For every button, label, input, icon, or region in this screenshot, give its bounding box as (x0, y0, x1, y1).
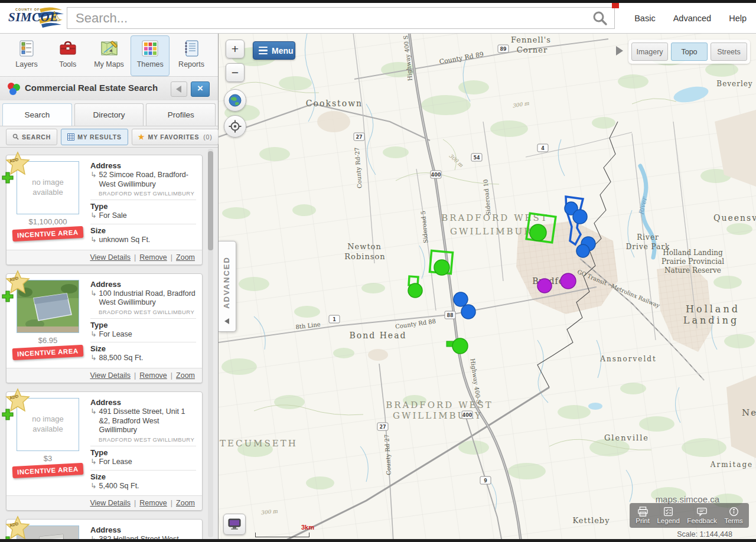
tools-label: Tools (59, 60, 76, 68)
svg-text:Newton: Newton (347, 242, 382, 251)
themes-icon (140, 38, 160, 58)
card-details: Address ↳491 Dissette Street, Unit 1 &2,… (83, 398, 196, 491)
address-value: 52 Simcoe Road, Bradford-West Gwillimbur… (99, 171, 196, 189)
close-theme-button[interactable]: × (191, 81, 210, 97)
municipality: BRADFORD WEST GWILLIMBURY (99, 309, 196, 315)
svg-text:Fennell's: Fennell's (511, 35, 551, 44)
remove-link[interactable]: Remove (139, 253, 167, 262)
no-image-text: no image available (27, 178, 69, 198)
address-value: 100 Industrial Road, Bradford West Gwill… (99, 289, 196, 308)
tab-search[interactable]: Search (2, 103, 72, 126)
svg-text:27: 27 (379, 425, 386, 430)
zoom-link[interactable]: Zoom (176, 499, 195, 507)
subtab-my-favorites[interactable]: ★ MY FAVORITES (0) (132, 129, 219, 145)
map-viewport[interactable]: CookstownFennell'sCornerBeverleyNewtonRo… (219, 33, 756, 542)
logo-simcoe: SIMCOE (8, 10, 58, 25)
separator: | (134, 371, 136, 380)
search-input[interactable] (67, 7, 615, 29)
add-plus-icon[interactable] (2, 172, 14, 184)
results-list: ADD no image available (0, 148, 218, 542)
basic-link[interactable]: Basic (634, 14, 655, 23)
toolbar-my-maps[interactable]: My Maps (90, 35, 129, 76)
toolbar-reports[interactable]: Reports (172, 35, 211, 76)
legend-button[interactable]: Legend (657, 507, 679, 524)
my-maps-label: My Maps (94, 60, 124, 68)
toolbar-themes[interactable]: Themes (131, 35, 170, 76)
sub-tabs: SEARCH MY RESULTS ★ MY FAVORITES (0) (0, 126, 218, 148)
left-panel: Layers Tools (0, 33, 219, 542)
subtab-my-results[interactable]: MY RESULTS (61, 129, 128, 145)
zoom-link[interactable]: Zoom (176, 253, 195, 262)
simcoe-logo[interactable]: COUNTY OF SIMCOE (7, 4, 66, 31)
add-plus-icon[interactable] (2, 409, 14, 420)
hamburger-icon (259, 47, 268, 55)
toolbox-icon (58, 38, 78, 58)
legend-icon (663, 507, 674, 517)
map-menu-button[interactable]: Menu (253, 41, 295, 60)
incentive-badge: INCENTIVE AREA (12, 463, 84, 478)
view-details-link[interactable]: View Details (90, 253, 131, 262)
svg-text:Beverley: Beverley (716, 80, 752, 88)
svg-text:400: 400 (431, 172, 441, 178)
basemap-topo[interactable]: Topo (671, 43, 708, 61)
view-details-link[interactable]: View Details (90, 499, 131, 507)
address-label: Address (90, 525, 196, 534)
view-details-link[interactable]: View Details (90, 371, 131, 380)
remove-link[interactable]: Remove (139, 499, 167, 507)
theme-title: Commercial Real Estate Search (25, 83, 158, 93)
result-card: ADD no image available (6, 155, 203, 265)
globe-home-button[interactable] (224, 89, 246, 112)
svg-text:TECUMSETH: TECUMSETH (220, 438, 298, 449)
remove-link[interactable]: Remove (139, 371, 167, 380)
size-value: 5,400 Sq Ft. (99, 482, 139, 491)
favorites-count: (0) (203, 133, 212, 141)
locate-button[interactable] (224, 115, 246, 138)
print-icon (637, 507, 649, 517)
help-link[interactable]: Help (729, 14, 747, 23)
monitor-icon (227, 518, 242, 531)
scale-bar-line (255, 533, 309, 537)
tab-profiles[interactable]: Profiles (146, 103, 216, 126)
scrollbar-thumb[interactable] (208, 151, 213, 250)
feedback-button[interactable]: Feedback (687, 507, 717, 524)
basemap-imagery[interactable]: Imagery (631, 43, 668, 61)
result-card: ADD no image available (6, 391, 203, 511)
zoom-in-button[interactable]: + (226, 40, 245, 58)
type-value: For Lease (99, 458, 132, 467)
collapse-panel-button[interactable] (171, 81, 187, 97)
add-plus-icon[interactable] (2, 290, 14, 302)
legend-label: Legend (657, 517, 679, 524)
incentive-badge: INCENTIVE AREA (12, 226, 84, 241)
elbow-arrow-icon: ↳ (90, 236, 96, 245)
divider (90, 446, 196, 446)
basemap-streets[interactable]: Streets (711, 43, 747, 61)
toolbar-layers[interactable]: Layers (7, 35, 46, 76)
no-image-text: no image available (27, 414, 69, 435)
divider (90, 318, 196, 319)
terms-button[interactable]: Terms (724, 507, 742, 524)
main-toolbar: Layers Tools (0, 33, 218, 77)
svg-text:Prairie Provincial: Prairie Provincial (662, 257, 724, 266)
zoom-link[interactable]: Zoom (176, 371, 195, 380)
svg-text:Holland: Holland (686, 303, 740, 315)
zoom-out-button[interactable]: − (226, 63, 245, 82)
print-button[interactable]: Print (636, 507, 650, 524)
subtab-search[interactable]: SEARCH (6, 129, 57, 145)
map-tools-bar: Print Legend Feedback Terms (630, 503, 749, 528)
advanced-link[interactable]: Advanced (673, 14, 712, 23)
terms-icon (728, 507, 739, 517)
size-label: Size (90, 472, 196, 481)
subtab-my-results-label: MY RESULTS (77, 133, 122, 141)
theme-tabs: Search Directory Profiles (0, 100, 218, 126)
search-small-icon (12, 133, 19, 140)
svg-text:Queensville: Queensville (713, 213, 756, 223)
search-icon[interactable] (592, 11, 608, 26)
feedback-icon (696, 507, 708, 517)
toolbar-tools[interactable]: Tools (48, 35, 87, 76)
tab-directory[interactable]: Directory (74, 103, 144, 126)
advanced-tab[interactable]: ADVANCED (219, 241, 236, 332)
address-label: Address (90, 161, 196, 170)
basemap-collapse-arrow[interactable] (616, 46, 623, 55)
overview-map-button[interactable] (223, 514, 246, 535)
card-actions: View Details|Remove|Zoom (6, 368, 202, 383)
